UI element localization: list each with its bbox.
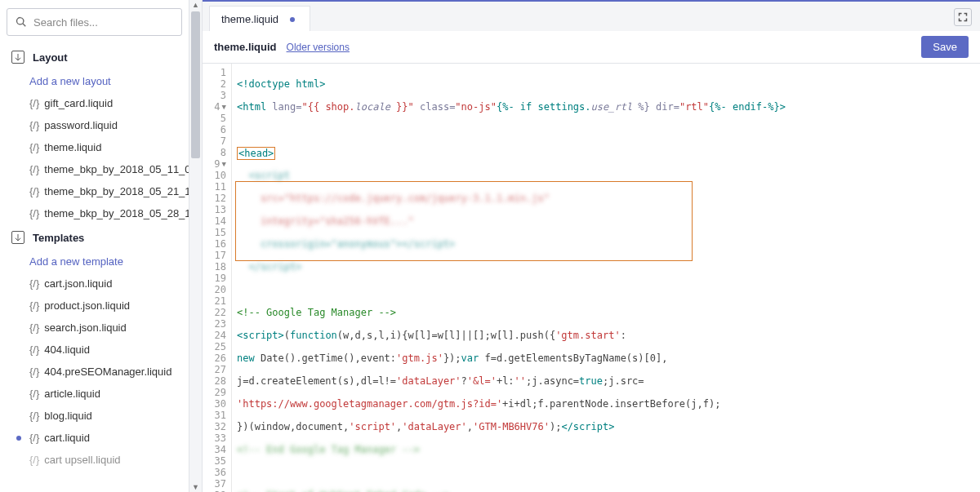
- file-item[interactable]: {/}404.preSEOManager.liquid: [7, 361, 189, 383]
- file-item-modified[interactable]: {/}cart.liquid: [7, 427, 189, 449]
- editor-pane: theme.liquid theme.liquid Older versions…: [203, 0, 980, 492]
- file-item[interactable]: {/}product.json.liquid: [7, 295, 189, 317]
- section-layout-header[interactable]: Layout: [7, 44, 189, 70]
- save-button[interactable]: Save: [921, 36, 969, 58]
- file-item[interactable]: {/}theme_bkp_by_2018_05_28_1: [7, 202, 189, 224]
- line-numbers: 1234 ▼56789 ▼101112131415161718192021222…: [203, 64, 232, 492]
- file-item[interactable]: {/}blog.liquid: [7, 405, 189, 427]
- file-header: theme.liquid Older versions Save: [203, 31, 980, 64]
- scroll-thumb[interactable]: [191, 11, 200, 158]
- file-name: theme.liquid: [214, 41, 277, 53]
- expand-button[interactable]: [954, 8, 972, 26]
- code-editor[interactable]: 1234 ▼56789 ▼101112131415161718192021222…: [203, 64, 980, 492]
- section-title: Layout: [33, 51, 68, 64]
- section-title: Templates: [33, 232, 84, 244]
- modified-dot-icon: [290, 17, 295, 22]
- code-content[interactable]: <!doctype html> <html lang="{{ shop.loca…: [232, 64, 980, 492]
- search-input-wrap[interactable]: [7, 8, 182, 36]
- scroll-up-icon[interactable]: ▲: [189, 0, 202, 10]
- sidebar: Layout Add a new layout {/}gift_card.liq…: [0, 0, 189, 492]
- add-layout-link[interactable]: Add a new layout: [7, 70, 189, 92]
- section-templates-header[interactable]: Templates: [7, 224, 189, 250]
- add-template-link[interactable]: Add a new template: [7, 250, 189, 273]
- collapse-icon: [11, 231, 24, 244]
- search-input[interactable]: [33, 16, 173, 29]
- file-item[interactable]: {/}search.json.liquid: [7, 317, 189, 339]
- search-icon: [16, 16, 27, 28]
- collapse-icon: [11, 51, 24, 64]
- file-item[interactable]: {/}password.liquid: [7, 114, 189, 136]
- file-item[interactable]: {/}theme.liquid: [7, 136, 189, 158]
- file-item[interactable]: {/}404.liquid: [7, 339, 189, 361]
- file-item[interactable]: {/}article.liquid: [7, 383, 189, 405]
- file-item[interactable]: {/}cart.json.liquid: [7, 273, 189, 295]
- scroll-down-icon[interactable]: ▼: [189, 482, 202, 492]
- sidebar-scrollbar[interactable]: ▲ ▼: [189, 0, 203, 492]
- file-item[interactable]: {/}gift_card.liquid: [7, 92, 189, 114]
- file-item[interactable]: {/}theme_bkp_by_2018_05_11_0: [7, 158, 189, 180]
- modified-dot-icon: [16, 436, 21, 441]
- file-item[interactable]: {/}theme_bkp_by_2018_05_21_1: [7, 180, 189, 202]
- file-item[interactable]: {/}cart upsell.liquid: [7, 449, 189, 471]
- tab-theme-liquid[interactable]: theme.liquid: [209, 6, 310, 31]
- older-versions-link[interactable]: Older versions: [287, 42, 350, 53]
- tab-bar: theme.liquid: [203, 0, 980, 31]
